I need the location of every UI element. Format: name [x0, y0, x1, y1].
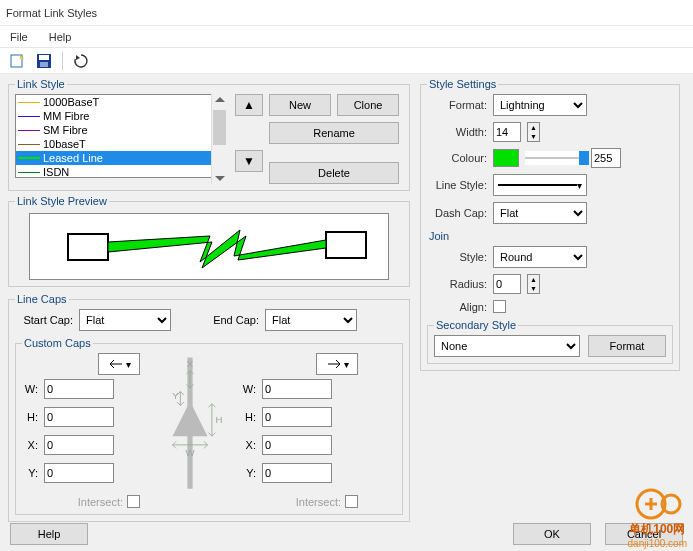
secondary-select[interactable]: None — [434, 335, 580, 357]
menu-file[interactable]: File — [10, 31, 28, 43]
start-y-input[interactable] — [44, 463, 114, 483]
window-title: Format Link Styles — [0, 0, 693, 26]
svg-rect-6 — [68, 234, 108, 260]
start-arrow-style[interactable]: ▾ — [98, 353, 140, 375]
list-item: 10baseT — [16, 137, 226, 151]
start-w-input[interactable] — [44, 379, 114, 399]
menubar: File Help — [0, 26, 693, 48]
dashcap-label: Dash Cap: — [427, 207, 487, 219]
svg-text:X: X — [187, 358, 194, 369]
style-settings-group: Style Settings Format: Lightning Width: … — [420, 78, 680, 371]
save-icon[interactable] — [36, 53, 52, 69]
width-label: Width: — [427, 126, 487, 138]
list-item: MM Fibre — [16, 109, 226, 123]
secondary-legend: Secondary Style — [434, 319, 518, 331]
move-up-button[interactable]: ▲ — [235, 94, 263, 116]
width-spin-up[interactable]: ▲ — [528, 123, 539, 132]
toolbar-separator — [62, 52, 63, 70]
start-cap-label: Start Cap: — [15, 314, 73, 326]
colour-label: Colour: — [427, 152, 487, 164]
svg-marker-8 — [108, 230, 326, 268]
list-scrollbar[interactable] — [211, 94, 227, 178]
style-settings-legend: Style Settings — [427, 78, 498, 90]
svg-marker-5 — [76, 55, 80, 60]
line-caps-legend: Line Caps — [15, 293, 69, 305]
help-button[interactable]: Help — [10, 523, 88, 545]
end-w-input[interactable] — [262, 379, 332, 399]
rename-button[interactable]: Rename — [269, 122, 399, 144]
start-cap-select[interactable]: Flat — [79, 309, 171, 331]
end-intersect-check[interactable] — [345, 495, 358, 508]
end-cap-label: End Cap: — [201, 314, 259, 326]
end-cap-select[interactable]: Flat — [265, 309, 357, 331]
alpha-slider[interactable] — [525, 151, 585, 165]
list-item: ISDN — [16, 165, 226, 178]
preview-legend: Link Style Preview — [15, 195, 109, 207]
linestyle-label: Line Style: — [427, 179, 487, 191]
svg-text:H: H — [215, 414, 222, 425]
join-style-label: Style: — [427, 251, 487, 263]
end-y-input[interactable] — [262, 463, 332, 483]
link-style-group: Link Style 1000BaseT MM Fibre SM Fibre 1… — [8, 78, 410, 191]
svg-marker-11 — [173, 401, 208, 436]
dashcap-select[interactable]: Flat — [493, 202, 587, 224]
width-input[interactable] — [493, 122, 521, 142]
radius-spin-up[interactable]: ▲ — [528, 275, 539, 284]
radius-label: Radius: — [427, 278, 487, 290]
end-x-input[interactable] — [262, 435, 332, 455]
linestyle-select[interactable]: ▾ — [493, 174, 587, 196]
radius-spin-down[interactable]: ▼ — [528, 284, 539, 293]
line-caps-group: Line Caps Start Cap: Flat End Cap: Flat … — [8, 293, 410, 522]
width-spin-down[interactable]: ▼ — [528, 132, 539, 141]
toolbar — [0, 48, 693, 74]
new-style-icon[interactable] — [10, 53, 26, 69]
start-x-input[interactable] — [44, 435, 114, 455]
preview-group: Link Style Preview — [8, 195, 410, 287]
list-item: 1000BaseT — [16, 95, 226, 109]
end-intersect-label: Intersect: — [296, 496, 341, 508]
secondary-style-group: Secondary Style None Format — [427, 319, 673, 364]
format-select[interactable]: Lightning — [493, 94, 587, 116]
ok-button[interactable]: OK — [513, 523, 591, 545]
refresh-icon[interactable] — [73, 53, 89, 69]
svg-rect-3 — [39, 55, 49, 60]
start-intersect-check[interactable] — [127, 495, 140, 508]
align-label: Align: — [427, 301, 487, 313]
new-button[interactable]: New — [269, 94, 331, 116]
svg-text:W: W — [185, 447, 195, 458]
clone-button[interactable]: Clone — [337, 94, 399, 116]
format-label: Format: — [427, 99, 487, 111]
colour-swatch[interactable] — [493, 149, 519, 167]
secondary-format-button[interactable]: Format — [588, 335, 666, 357]
radius-input[interactable] — [493, 274, 521, 294]
delete-button[interactable]: Delete — [269, 162, 399, 184]
svg-rect-4 — [40, 62, 48, 67]
list-item: SM Fibre — [16, 123, 226, 137]
svg-text:Y: Y — [172, 390, 179, 401]
caps-diagram: X Y H W — [144, 353, 236, 508]
svg-rect-7 — [326, 232, 366, 258]
custom-caps-group: Custom Caps ▾ W: H: X: Y: Intersect: — [15, 337, 403, 515]
align-check[interactable] — [493, 300, 506, 313]
start-intersect-label: Intersect: — [78, 496, 123, 508]
end-h-input[interactable] — [262, 407, 332, 427]
menu-help[interactable]: Help — [49, 31, 72, 43]
end-arrow-style[interactable]: ▾ — [316, 353, 358, 375]
join-legend: Join — [429, 230, 673, 242]
cancel-button[interactable]: Cancel — [605, 523, 683, 545]
start-h-input[interactable] — [44, 407, 114, 427]
alpha-input[interactable] — [591, 148, 621, 168]
join-style-select[interactable]: Round — [493, 246, 587, 268]
list-item-selected: Leased Line — [16, 151, 226, 165]
link-style-list[interactable]: 1000BaseT MM Fibre SM Fibre 10baseT Leas… — [15, 94, 227, 178]
link-preview — [29, 213, 389, 280]
custom-caps-legend: Custom Caps — [22, 337, 93, 349]
move-down-button[interactable]: ▼ — [235, 150, 263, 172]
link-style-legend: Link Style — [15, 78, 67, 90]
